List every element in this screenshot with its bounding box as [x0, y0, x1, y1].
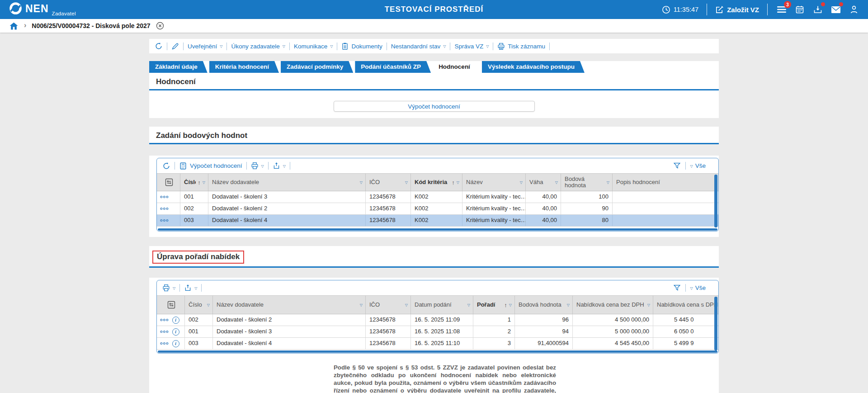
- section-order-header: Úprava pořadí nabídek: [149, 246, 719, 268]
- nen-logo[interactable]: NEN Zadavatel: [9, 2, 76, 17]
- refresh-button[interactable]: [162, 162, 170, 170]
- column-header-ico[interactable]: IČO ▽: [366, 296, 411, 314]
- menu-komunikace[interactable]: Komunikace ▽: [294, 43, 333, 50]
- info-icon[interactable]: i: [172, 340, 179, 347]
- table-row[interactable]: ooo 002 Dodavatel - školení 2 12345678 K…: [157, 203, 718, 215]
- menu-tisk-zaznamu[interactable]: Tisk záznamu: [497, 43, 545, 50]
- view-all-dropdown[interactable]: ▽ Vše: [690, 162, 706, 169]
- column-header-popis-hodnoceni[interactable]: Popis hodnocení: [613, 174, 719, 191]
- horizontal-scrollbar[interactable]: [158, 350, 717, 353]
- menu-nestandardni-stav[interactable]: Nestandardní stav ▽: [391, 43, 446, 50]
- sort-asc-icon: ↑: [198, 179, 201, 186]
- column-header-cena-bez-dph[interactable]: Nabídková cena bez DPH ▽: [573, 296, 653, 314]
- column-settings-button[interactable]: [157, 174, 180, 191]
- export-button[interactable]: ▽: [184, 284, 197, 292]
- column-header-bodova-hodnota[interactable]: Bodová hodnota ▽: [515, 296, 573, 314]
- tab-zadavaci-podminky[interactable]: Zadávací podmínky: [281, 61, 353, 73]
- filter-icon[interactable]: [673, 284, 681, 292]
- calculator-icon: [179, 162, 187, 170]
- table-row[interactable]: ooo i 001 Dodavatel - školení 3 12345678…: [157, 326, 718, 338]
- column-header-nazev[interactable]: Název ▽: [462, 174, 526, 191]
- row-menu-icon[interactable]: ooo: [160, 318, 169, 322]
- view-all-label: Vše: [695, 162, 706, 169]
- column-header-datum-podani[interactable]: Datum podání ▽: [411, 296, 473, 314]
- divider: [387, 43, 387, 50]
- section-title: Zadání bodových hodnot: [156, 131, 247, 140]
- refresh-button[interactable]: [155, 42, 163, 50]
- divider: [289, 43, 290, 50]
- divider: [493, 43, 493, 50]
- tab-vysledek[interactable]: Výsledek zadávacího postupu: [482, 61, 585, 73]
- row-menu-icon[interactable]: ooo: [160, 195, 169, 199]
- print-button[interactable]: ▽: [251, 162, 264, 170]
- menu-uverejneni[interactable]: Uveřejnění ▽: [188, 43, 222, 50]
- edit-button[interactable]: [171, 43, 179, 50]
- download-tray-icon: [813, 5, 822, 14]
- order-table-header: Číslo ▽ Název dodavatele ▽ IČO ▽ Datum p…: [157, 295, 718, 314]
- row-menu-icon[interactable]: ooo: [160, 341, 169, 346]
- column-header-ico[interactable]: IČO ▽: [366, 174, 411, 191]
- create-vz-button[interactable]: Založit VZ: [715, 5, 759, 14]
- downloads-button[interactable]: [812, 4, 824, 15]
- divider: [290, 162, 290, 170]
- chevron-right-icon: ›: [24, 21, 26, 29]
- messages-button[interactable]: [830, 4, 842, 15]
- view-all-dropdown[interactable]: ▽ Vše: [690, 284, 706, 291]
- user-profile-button[interactable]: [848, 4, 860, 15]
- column-header-poradi[interactable]: Pořadí ↑ ▽: [473, 296, 515, 314]
- tab-hodnoceni[interactable]: Hodnocení: [433, 61, 480, 73]
- menu-sprava-vz[interactable]: Správa VZ ▽: [454, 43, 489, 50]
- divider: [179, 284, 180, 292]
- column-header-cislo[interactable]: Číslo ↑ ▽: [180, 174, 208, 191]
- points-table: Výpočet hodnocení ▽: [156, 158, 719, 232]
- filter-icon[interactable]: [673, 162, 681, 170]
- calendar-button[interactable]: [794, 4, 806, 15]
- column-header-vaha[interactable]: Váha ▽: [526, 174, 561, 191]
- divider: [767, 4, 768, 15]
- breadcrumb: › N006/25/V00004732 - Disková pole 2027: [0, 19, 868, 33]
- tab-zakladni-udaje[interactable]: Základní údaje: [149, 61, 208, 73]
- table-row[interactable]: ooo i 002 Dodavatel - školení 2 12345678…: [157, 314, 718, 326]
- divider: [201, 284, 202, 292]
- caret-down-icon: ▽: [555, 180, 558, 185]
- row-menu-icon[interactable]: ooo: [160, 218, 169, 223]
- menu-ukony-zadavatele[interactable]: Úkony zadavatele ▽: [231, 43, 285, 50]
- nen-logo-icon: [9, 2, 22, 15]
- tab-podani-ucastniku[interactable]: Podání účastníků ZP: [355, 61, 431, 73]
- column-header-bodova-hodnota[interactable]: Bodová hodnota ▽: [561, 174, 613, 191]
- tab-kriteria-hodnoceni[interactable]: Kritéria hodnocení: [209, 61, 279, 73]
- points-table-region: Výpočet hodnocení ▽: [149, 156, 719, 237]
- table-row[interactable]: ooo i 003 Dodavatel - školení 4 12345678…: [157, 338, 718, 350]
- column-header-cislo[interactable]: Číslo ▽: [185, 296, 213, 314]
- caret-down-icon: ▽: [405, 180, 408, 185]
- column-header-nazev-dodavatele[interactable]: Název dodavatele ▽: [213, 296, 366, 314]
- caret-down-icon: ▽: [567, 303, 570, 307]
- export-button[interactable]: ▽: [273, 162, 286, 170]
- column-header-cena-s-dph[interactable]: Nabídková cena s DPH: [653, 296, 719, 314]
- table-row-selected[interactable]: ooo 003 Dodavatel - školení 4 12345678 K…: [157, 215, 718, 227]
- compute-evaluation-button[interactable]: Výpočet hodnocení: [334, 101, 535, 112]
- menu-label: Komunikace: [294, 43, 327, 50]
- menu-dokumenty[interactable]: Dokumenty: [341, 43, 382, 50]
- record-toolbar: Uveřejnění ▽ Úkony zadavatele ▽ Komunika…: [149, 39, 719, 53]
- vertical-scrollbar[interactable]: [714, 297, 717, 350]
- row-menu-icon[interactable]: ooo: [160, 330, 169, 334]
- main-menu-button[interactable]: 3: [776, 4, 788, 15]
- info-icon[interactable]: i: [172, 328, 179, 336]
- vertical-scrollbar[interactable]: [714, 175, 717, 227]
- close-record-icon[interactable]: [156, 22, 164, 30]
- caret-down-icon: ▽: [203, 180, 205, 185]
- compute-evaluation-action[interactable]: Výpočet hodnocení: [179, 162, 242, 170]
- home-icon[interactable]: [9, 22, 19, 30]
- column-settings-button[interactable]: [157, 296, 185, 314]
- row-menu-icon[interactable]: ooo: [160, 207, 169, 211]
- column-header-nazev-dodavatele[interactable]: Název dodavatele ▽: [208, 174, 366, 191]
- print-button[interactable]: ▽: [162, 284, 175, 292]
- caret-down-icon: ▽: [509, 303, 512, 307]
- info-icon[interactable]: i: [172, 317, 179, 324]
- table-row[interactable]: ooo 001 Dodavatel - školení 3 12345678 K…: [157, 191, 718, 203]
- horizontal-scrollbar[interactable]: [158, 228, 717, 231]
- column-header-kod-kriteria[interactable]: Kód kritéria ↑ ▽: [411, 174, 462, 191]
- caret-down-icon: ▽: [520, 180, 523, 185]
- legal-note: Podle § 50 ve spojení s § 53 odst. 5 ZZV…: [334, 364, 556, 393]
